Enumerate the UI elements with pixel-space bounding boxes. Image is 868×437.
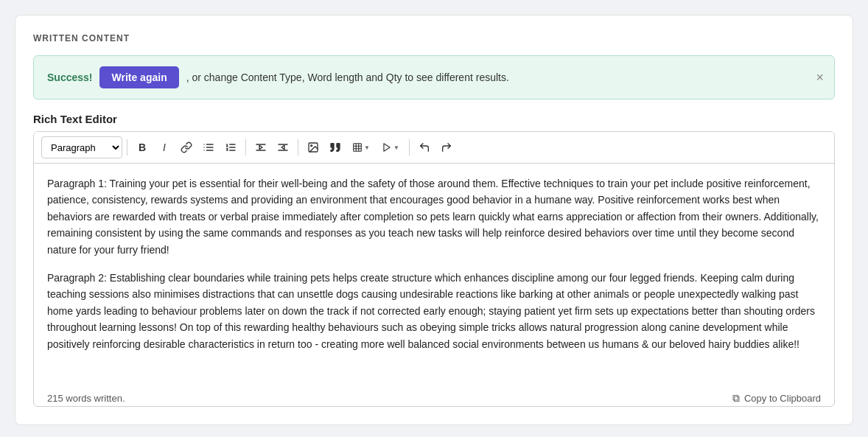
table-icon	[352, 142, 363, 153]
unordered-list-button[interactable]	[198, 137, 219, 158]
indent-icon	[255, 141, 267, 153]
ul-icon	[203, 141, 214, 153]
video-icon	[382, 142, 392, 153]
toolbar-divider-1	[127, 139, 127, 155]
content-paragraph-1: Paragraph 1: Training your pet is essent…	[47, 175, 821, 258]
ol-icon	[225, 141, 237, 153]
content-paragraph-2: Paragraph 2: Establishing clear boundari…	[47, 270, 821, 352]
blockquote-button[interactable]	[325, 137, 346, 158]
banner-message: , or change Content Type, Word length an…	[186, 71, 509, 83]
toolbar: Paragraph Heading 1 Heading 2 Heading 3 …	[34, 132, 834, 164]
toolbar-divider-4	[409, 139, 410, 155]
success-banner: Success! Write again , or change Content…	[33, 55, 835, 99]
undo-button[interactable]	[414, 137, 435, 158]
svg-rect-15	[354, 144, 362, 152]
outdent-icon	[277, 141, 289, 153]
indent-button[interactable]	[251, 137, 271, 158]
redo-button[interactable]	[436, 137, 457, 158]
editor-label: Rich Text Editor	[33, 113, 835, 125]
image-icon	[307, 141, 319, 153]
toolbar-divider-3	[298, 139, 298, 155]
rich-text-editor: Paragraph Heading 1 Heading 2 Heading 3 …	[33, 131, 835, 407]
success-label: Success!	[47, 71, 92, 83]
table-button[interactable]: ▼	[347, 137, 375, 158]
link-button[interactable]	[176, 137, 197, 158]
written-content-panel: WRITTEN CONTENT Success! Write again , o…	[15, 15, 853, 425]
copy-icon: ⧉	[732, 392, 740, 405]
toolbar-divider-2	[245, 139, 246, 155]
close-banner-button[interactable]: ×	[816, 71, 824, 84]
video-dropdown-arrow: ▼	[393, 144, 399, 151]
video-button[interactable]: ▼	[377, 137, 405, 158]
editor-content-area[interactable]: Paragraph 1: Training your pet is essent…	[34, 164, 834, 385]
copy-to-clipboard-button[interactable]: ⧉ Copy to Clipboard	[732, 392, 821, 405]
image-button[interactable]	[303, 137, 323, 158]
paragraph-select[interactable]: Paragraph Heading 1 Heading 2 Heading 3 …	[41, 136, 122, 158]
outdent-button[interactable]	[273, 137, 293, 158]
ordered-list-button[interactable]	[220, 137, 241, 158]
svg-marker-20	[384, 144, 390, 152]
link-icon	[181, 141, 192, 153]
section-title: WRITTEN CONTENT	[33, 33, 835, 43]
editor-footer: 215 words written. ⧉ Copy to Clipboard	[34, 385, 834, 406]
undo-icon	[419, 141, 430, 153]
redo-icon	[441, 141, 452, 153]
word-count: 215 words written.	[47, 393, 125, 404]
svg-point-14	[311, 145, 312, 147]
copy-label: Copy to Clipboard	[744, 393, 821, 404]
quote-icon	[329, 141, 341, 153]
write-again-button[interactable]: Write again	[99, 66, 178, 88]
table-dropdown-arrow: ▼	[364, 144, 370, 151]
bold-button[interactable]: B	[132, 137, 153, 158]
italic-button[interactable]: I	[154, 137, 175, 158]
